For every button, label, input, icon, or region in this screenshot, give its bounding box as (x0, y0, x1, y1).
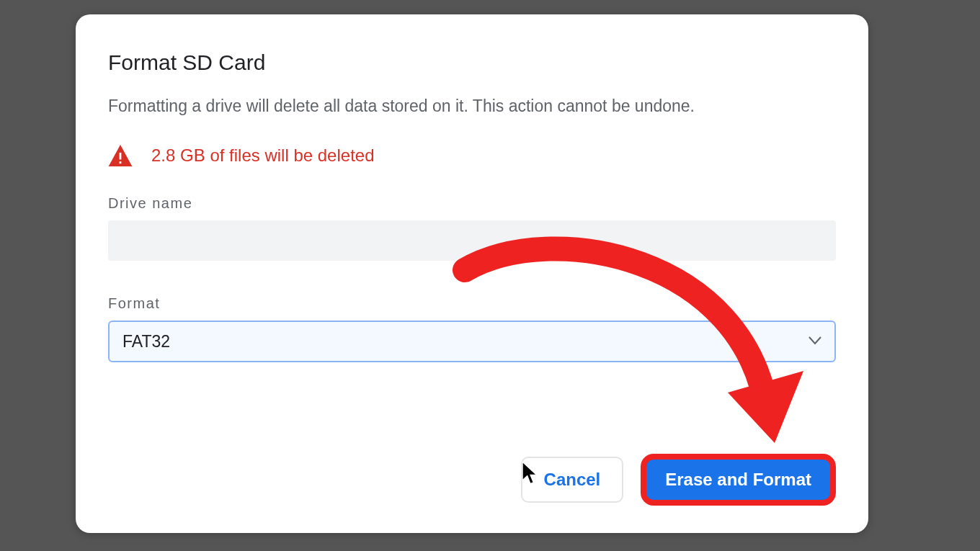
chevron-down-icon (808, 335, 821, 348)
format-label: Format (108, 295, 836, 312)
cancel-button[interactable]: Cancel (521, 457, 624, 503)
format-sd-card-dialog: Format SD Card Formatting a drive will d… (76, 14, 868, 533)
erase-and-format-button[interactable]: Erase and Format (641, 454, 836, 506)
warning-row: 2.8 GB of files will be deleted (108, 145, 836, 166)
warning-text: 2.8 GB of files will be deleted (151, 145, 375, 166)
dialog-subtitle: Formatting a drive will delete all data … (108, 95, 836, 117)
svg-rect-1 (120, 161, 122, 163)
format-select[interactable]: FAT32 (108, 321, 836, 362)
drivename-label: Drive name (108, 195, 836, 212)
dialog-button-row: Cancel Erase and Format (521, 454, 836, 506)
drivename-input[interactable] (108, 220, 836, 261)
format-select-value: FAT32 (122, 332, 170, 351)
dialog-title: Format SD Card (108, 50, 836, 75)
warning-triangle-icon (108, 145, 133, 166)
svg-rect-0 (120, 153, 122, 160)
